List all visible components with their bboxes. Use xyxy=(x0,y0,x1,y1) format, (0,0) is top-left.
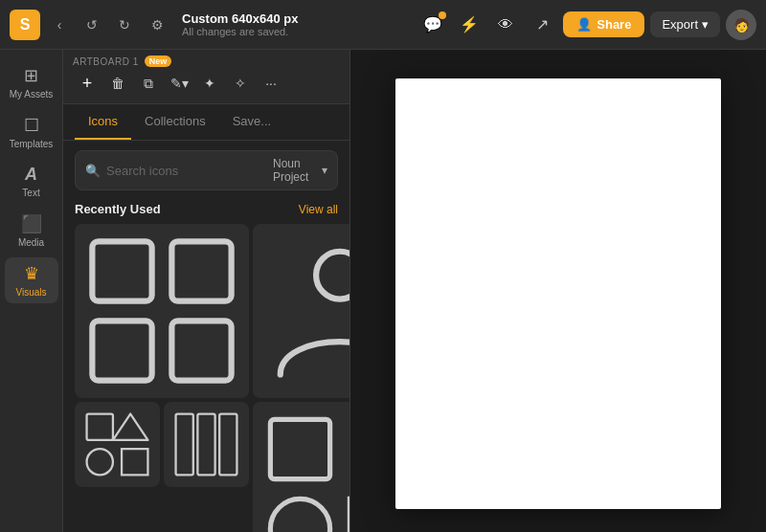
svg-point-4 xyxy=(316,252,349,299)
sidebar-item-visuals[interactable]: ♛ Visuals xyxy=(5,257,58,303)
svg-rect-8 xyxy=(176,414,193,476)
svg-rect-5 xyxy=(87,414,113,440)
sidebar-item-label: Media xyxy=(18,237,44,248)
sidebar-item-my-assets[interactable]: ⊞ My Assets xyxy=(5,59,58,105)
artboard-canvas[interactable] xyxy=(395,78,721,509)
search-icon: 🔍 xyxy=(85,164,101,178)
icon-tile[interactable] xyxy=(164,402,249,487)
back-button[interactable]: ‹ xyxy=(46,11,73,38)
artboard-toolbar: ARTBOARD 1 New + 🗑 ⧉ ✎▾ ✦ ✧ ··· xyxy=(63,50,349,104)
person-icon xyxy=(260,232,349,390)
artboard-tools-row: + 🗑 ⧉ ✎▾ ✦ ✧ ··· xyxy=(73,69,340,103)
artboard-label-row: ARTBOARD 1 New xyxy=(73,50,340,69)
text-icon: A xyxy=(25,165,37,185)
lightning-button[interactable]: ⚡ xyxy=(454,10,484,40)
share-icon: 👤 xyxy=(576,17,592,32)
svg-rect-0 xyxy=(92,241,151,300)
recently-used-header: Recently Used View all xyxy=(63,198,349,224)
icon-tile[interactable] xyxy=(75,402,160,487)
sidebar-item-text[interactable]: A Text xyxy=(5,159,58,204)
share-icon-button[interactable]: ↗ xyxy=(527,10,557,40)
source-chevron-icon: ▾ xyxy=(322,164,327,177)
svg-rect-3 xyxy=(171,321,231,380)
main-layout: ⊞ My Assets ☐ Templates A Text ⬛ Media ♛… xyxy=(0,50,766,532)
preview-button[interactable]: 👁 xyxy=(490,10,521,40)
icon-tile[interactable] xyxy=(253,402,349,532)
svg-rect-1 xyxy=(171,241,231,300)
comment-button[interactable]: 💬 xyxy=(417,10,448,40)
tab-icons[interactable]: Icons xyxy=(75,104,131,140)
columns-icon xyxy=(171,410,241,479)
document-info: Custom 640x640 px All changes are saved. xyxy=(182,11,412,37)
document-name: Custom 640x640 px xyxy=(182,11,412,26)
icons-grid xyxy=(63,224,349,532)
icon-tile[interactable] xyxy=(75,224,249,398)
canvas-area[interactable] xyxy=(350,50,766,532)
top-bar: S ‹ ↺ ↻ ⚙ Custom 640x640 px All changes … xyxy=(0,0,766,50)
artboard-label: ARTBOARD 1 xyxy=(73,56,139,67)
panel-tabs: Icons Collections Save... xyxy=(63,104,349,141)
edit-dropdown-button[interactable]: ✎▾ xyxy=(165,69,193,98)
export-chevron-icon: ▾ xyxy=(702,17,709,32)
share-label: Share xyxy=(597,17,631,32)
layout-grid-shapes-icon xyxy=(260,410,349,532)
svg-rect-10 xyxy=(219,414,237,476)
source-label: Noun Project xyxy=(273,157,319,184)
svg-rect-9 xyxy=(197,414,214,476)
more-options-button[interactable]: ··· xyxy=(257,69,285,98)
sidebar-item-label: Text xyxy=(22,188,39,198)
svg-rect-11 xyxy=(270,419,329,478)
icon-tile[interactable] xyxy=(253,224,349,398)
search-input[interactable] xyxy=(106,164,267,178)
undo-button[interactable]: ↺ xyxy=(79,11,105,38)
sidebar-item-media[interactable]: ⬛ Media xyxy=(5,208,58,254)
redo-button[interactable]: ↻ xyxy=(111,11,138,38)
my-assets-icon: ⊞ xyxy=(24,65,38,86)
svg-rect-12 xyxy=(270,499,329,532)
svg-marker-7 xyxy=(122,449,147,475)
new-badge: New xyxy=(145,55,172,67)
document-status: All changes are saved. xyxy=(182,26,412,37)
view-all-link[interactable]: View all xyxy=(299,203,338,216)
icons-panel: ARTBOARD 1 New + 🗑 ⧉ ✎▾ ✦ ✧ ··· Icons Co… xyxy=(63,50,350,532)
add-artboard-button[interactable]: + xyxy=(73,69,101,98)
sidebar-item-label: Visuals xyxy=(15,287,46,298)
app-logo[interactable]: S xyxy=(10,10,40,40)
sidebar-item-label: Templates xyxy=(10,139,54,149)
recently-used-title: Recently Used xyxy=(75,202,161,216)
visuals-icon: ♛ xyxy=(24,263,39,284)
svg-rect-2 xyxy=(92,321,151,380)
templates-icon: ☐ xyxy=(24,115,39,136)
shapes-grid-icon xyxy=(82,410,152,479)
top-bar-actions: 💬 ⚡ 👁 ↗ 👤 Share Export ▾ 🧑 xyxy=(417,10,756,40)
export-button[interactable]: Export ▾ xyxy=(650,11,720,37)
sidebar-item-label: My Assets xyxy=(10,89,54,100)
search-bar[interactable]: 🔍 Noun Project ▾ xyxy=(75,150,338,190)
delete-artboard-button[interactable]: 🗑 xyxy=(103,69,132,98)
pen-tool-button[interactable]: ✦ xyxy=(195,69,224,98)
share-button[interactable]: 👤 Share xyxy=(563,11,644,37)
sparkle-button[interactable]: ✧ xyxy=(226,69,255,98)
source-selector[interactable]: Noun Project ▾ xyxy=(273,157,327,184)
duplicate-artboard-button[interactable]: ⧉ xyxy=(134,69,163,98)
avatar[interactable]: 🧑 xyxy=(726,10,756,40)
sidebar-item-templates[interactable]: ☐ Templates xyxy=(5,109,58,155)
grid-four-icon xyxy=(82,232,241,390)
left-sidebar: ⊞ My Assets ☐ Templates A Text ⬛ Media ♛… xyxy=(0,50,63,532)
comment-badge xyxy=(439,11,446,19)
media-icon: ⬛ xyxy=(21,213,42,234)
svg-rect-6 xyxy=(87,449,113,475)
tab-collections[interactable]: Collections xyxy=(131,104,219,140)
settings-button[interactable]: ⚙ xyxy=(144,11,170,38)
tab-saved[interactable]: Save... xyxy=(219,104,284,140)
export-label: Export xyxy=(662,17,698,32)
